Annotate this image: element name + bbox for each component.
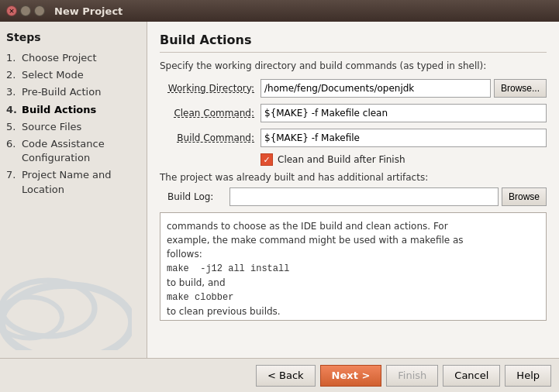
clean-build-label: Clean and Build after Finish xyxy=(278,154,405,165)
clean-command-label: Clean Command: xyxy=(160,108,261,119)
close-window-button[interactable]: × xyxy=(6,5,17,16)
working-directory-row: Working Directory: Browse... xyxy=(160,79,547,98)
content-area: Build Actions Specify the working direct… xyxy=(147,22,559,358)
cancel-button[interactable]: Cancel xyxy=(443,365,500,387)
build-log-label: Build Log: xyxy=(167,191,229,202)
info-box: commands to choose as the IDE build and … xyxy=(160,212,547,321)
page-title: Build Actions xyxy=(160,33,547,53)
steps-list: 1. Choose Project 2. Select Mode 3. Pre-… xyxy=(6,51,140,197)
main-container: Steps 1. Choose Project 2. Select Mode 3… xyxy=(0,22,559,358)
working-directory-browse-button[interactable]: Browse... xyxy=(494,79,547,98)
sidebar: Steps 1. Choose Project 2. Select Mode 3… xyxy=(0,22,147,358)
info-line-1: commands to choose as the IDE build and … xyxy=(167,221,448,232)
step-4-active[interactable]: 4. Build Actions xyxy=(6,103,140,117)
build-command-label: Build Command: xyxy=(160,132,261,143)
step-1[interactable]: 1. Choose Project xyxy=(6,51,140,65)
description-text: Specify the working directory and build … xyxy=(160,60,547,71)
footer: < Back Next > Finish Cancel Help xyxy=(0,358,559,392)
step-3[interactable]: 3. Pre-Build Action xyxy=(6,85,140,99)
minimize-window-button[interactable] xyxy=(20,5,31,16)
titlebar: × New Project xyxy=(0,0,559,22)
step-6[interactable]: 6. Code Assistance Configuration xyxy=(6,137,140,165)
info-code-1: make -j12 all install xyxy=(167,263,289,274)
window-title: New Project xyxy=(54,5,122,17)
next-button[interactable]: Next > xyxy=(320,365,382,387)
working-directory-input[interactable] xyxy=(261,79,491,98)
back-button[interactable]: < Back xyxy=(256,365,316,387)
build-command-input[interactable] xyxy=(261,129,547,147)
build-log-input[interactable] xyxy=(229,187,499,206)
info-line-5: to clean previous builds. xyxy=(167,306,281,317)
clean-build-checkbox-row: ✓ Clean and Build after Finish xyxy=(261,153,547,166)
step-2[interactable]: 2. Select Mode xyxy=(6,68,140,82)
build-log-row: Build Log: Browse xyxy=(167,187,547,206)
info-line-3: follows: xyxy=(167,249,202,260)
clean-command-input[interactable] xyxy=(261,104,547,122)
clean-command-row: Clean Command: xyxy=(160,104,547,122)
already-built-text: The project was already built and has ad… xyxy=(160,172,547,183)
window-controls[interactable]: × xyxy=(6,5,45,16)
info-code-2: make clobber xyxy=(167,292,233,303)
svg-point-0 xyxy=(2,285,132,350)
build-command-row: Build Command: xyxy=(160,129,547,147)
maximize-window-button[interactable] xyxy=(34,5,45,16)
info-line-4: to build, and xyxy=(167,277,226,288)
help-button[interactable]: Help xyxy=(505,365,551,387)
working-directory-label: Working Directory: xyxy=(160,83,261,94)
sidebar-watermark xyxy=(0,257,132,350)
finish-button[interactable]: Finish xyxy=(386,365,438,387)
sidebar-heading: Steps xyxy=(6,31,140,43)
clean-build-checkbox[interactable]: ✓ xyxy=(261,153,273,166)
step-7[interactable]: 7. Project Name and Location xyxy=(6,168,140,196)
info-line-2: example, the make command might be used … xyxy=(167,235,464,246)
step-5[interactable]: 5. Source Files xyxy=(6,120,140,134)
build-log-browse-button[interactable]: Browse xyxy=(502,187,547,206)
